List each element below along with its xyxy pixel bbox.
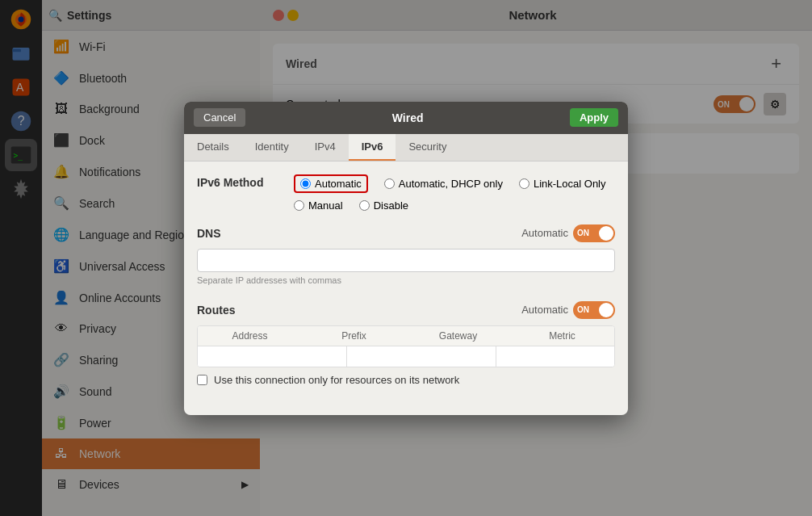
route-address-input[interactable] (198, 346, 347, 367)
radio-link-local[interactable]: Link-Local Only (519, 174, 606, 193)
dns-title: DNS (197, 227, 221, 240)
radio-automatic-dhcp[interactable]: Automatic, DHCP only (384, 174, 503, 193)
dns-input[interactable] (197, 249, 615, 272)
radio-link-local-label: Link-Local Only (534, 178, 606, 190)
radio-manual[interactable]: Manual (294, 199, 343, 212)
col-metric: Metric (510, 326, 614, 346)
cancel-button[interactable]: Cancel (194, 108, 245, 127)
col-prefix: Prefix (302, 326, 406, 346)
routes-toggle-knob (599, 303, 613, 317)
radio-options: Automatic Automatic, DHCP only Link-Loca… (294, 174, 615, 212)
routes-toggle[interactable]: ON (573, 301, 615, 319)
radio-dhcp-label: Automatic, DHCP only (399, 178, 503, 190)
routes-table-header: Address Prefix Gateway Metric (198, 326, 614, 346)
modal-title: Wired (392, 111, 424, 124)
routes-auto-group: Automatic ON (521, 301, 615, 319)
dns-auto-group: Automatic ON (521, 224, 615, 242)
routes-auto-label: Automatic (521, 304, 568, 316)
modal-body: IPv6 Method Automatic Automatic, DHCP on… (184, 162, 628, 415)
routes-row: ✕ (198, 346, 614, 367)
dns-section: DNS Automatic ON Separate IP addresses w… (197, 224, 615, 285)
modal-tabs: Details Identity IPv4 IPv6 Security (184, 134, 628, 162)
only-for-resources-label: Use this connection only for resources o… (214, 374, 459, 386)
tab-details[interactable]: Details (184, 134, 242, 161)
routes-title: Routes (197, 304, 235, 317)
routes-table: Address Prefix Gateway Metric ✕ (197, 325, 615, 367)
tab-security[interactable]: Security (396, 134, 459, 161)
dns-toggle-label: ON (577, 229, 589, 237)
radio-disable-label: Disable (374, 199, 408, 212)
dns-toggle-knob (599, 226, 613, 241)
dns-toggle[interactable]: ON (573, 224, 615, 242)
wired-modal: Cancel Wired Apply Details Identity IPv4… (184, 102, 628, 415)
col-address: Address (198, 326, 302, 346)
modal-header: Cancel Wired Apply (184, 102, 628, 134)
routes-toggle-label: ON (577, 305, 589, 314)
tab-identity[interactable]: Identity (242, 134, 302, 161)
radio-dhcp-input[interactable] (384, 178, 395, 189)
radio-automatic-label: Automatic (315, 178, 362, 190)
dns-hint: Separate IP addresses with commas (197, 275, 615, 285)
only-for-resources-checkbox[interactable] (197, 375, 207, 385)
radio-link-local-input[interactable] (519, 178, 529, 189)
routes-section: Routes Automatic ON Address Prefix Gatew… (197, 301, 615, 386)
radio-automatic[interactable]: Automatic (294, 174, 368, 193)
apply-button[interactable]: Apply (570, 108, 618, 127)
col-gateway: Gateway (406, 326, 510, 346)
dns-header: DNS Automatic ON (197, 224, 615, 242)
radio-disable-input[interactable] (359, 200, 370, 211)
modal-overlay: Cancel Wired Apply Details Identity IPv4… (0, 0, 812, 516)
route-gateway-input[interactable] (496, 346, 615, 367)
radio-disable[interactable]: Disable (359, 199, 408, 212)
tab-ipv4[interactable]: IPv4 (302, 134, 349, 161)
radio-automatic-input[interactable] (300, 178, 311, 189)
ipv6-method-label: IPv6 Method (197, 174, 286, 189)
dns-auto-label: Automatic (521, 227, 568, 239)
radio-manual-input[interactable] (294, 200, 304, 211)
radio-manual-label: Manual (308, 199, 343, 212)
routes-header: Routes Automatic ON (197, 301, 615, 319)
tab-ipv6[interactable]: IPv6 (349, 134, 396, 161)
only-for-resources-row: Use this connection only for resources o… (197, 374, 615, 386)
route-prefix-input[interactable] (347, 346, 496, 367)
ipv6-method-section: IPv6 Method Automatic Automatic, DHCP on… (197, 174, 615, 212)
